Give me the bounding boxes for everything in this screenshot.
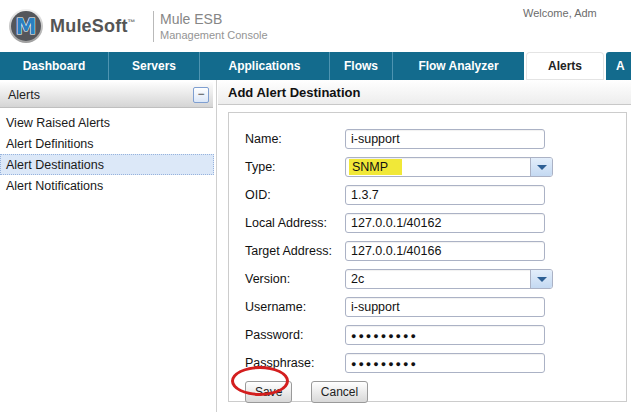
- tab-applications[interactable]: Applications: [200, 52, 330, 80]
- mulesoft-logo-icon: M: [8, 8, 44, 44]
- form-row: Name:: [245, 129, 626, 149]
- type-select-value: SNMP: [349, 159, 402, 175]
- save-button[interactable]: Save: [245, 381, 292, 403]
- sidebar-title: Alerts: [8, 88, 40, 102]
- brand-divider: [153, 11, 154, 42]
- oid-field[interactable]: [345, 185, 545, 205]
- collapse-panel-button[interactable]: −: [193, 87, 209, 103]
- passphrase-field[interactable]: [345, 353, 545, 373]
- type-select-dropdown-button[interactable]: [530, 158, 552, 176]
- type-label: Type:: [245, 160, 345, 174]
- sidebar-item-alert-destinations[interactable]: Alert Destinations: [0, 154, 214, 175]
- trademark: ™: [128, 18, 136, 27]
- passphrase-label: Passphrase:: [245, 356, 345, 370]
- product-name: Mule ESB: [160, 11, 268, 27]
- password-label: Password:: [245, 328, 345, 342]
- form-buttons: Save Cancel: [245, 381, 626, 403]
- local-address-label: Local Address:: [245, 216, 345, 230]
- form-row: Target Address:: [245, 241, 626, 261]
- alerts-sidebar: Alerts − View Raised Alerts Alert Defini…: [0, 80, 214, 412]
- username-field[interactable]: [345, 297, 545, 317]
- cancel-button[interactable]: Cancel: [311, 381, 368, 403]
- alert-destination-form: Name: Type: SNMP OID: Local Address: Tar…: [228, 112, 627, 402]
- oid-label: OID:: [245, 188, 345, 202]
- sidebar-header: Alerts −: [0, 82, 213, 108]
- form-row: Username:: [245, 297, 626, 317]
- tab-flows[interactable]: Flows: [330, 52, 393, 80]
- form-row: Local Address:: [245, 213, 626, 233]
- page-title-bar: Add Alert Destination: [218, 80, 631, 105]
- tab-partial[interactable]: A: [606, 52, 631, 80]
- form-row: Passphrase:: [245, 353, 626, 373]
- form-row: OID:: [245, 185, 626, 205]
- product-subtitle: Management Console: [160, 29, 268, 41]
- sidebar-items: View Raised Alerts Alert Definitions Ale…: [0, 112, 214, 196]
- welcome-text: Welcome, Adm: [523, 7, 597, 19]
- form-row: Password:: [245, 325, 626, 345]
- password-field[interactable]: [345, 325, 545, 345]
- local-address-field[interactable]: [345, 213, 545, 233]
- tab-flow-analyzer[interactable]: Flow Analyzer: [393, 52, 524, 80]
- product-title: Mule ESB Management Console: [160, 11, 268, 41]
- main-content: Add Alert Destination Name: Type: SNMP O…: [218, 80, 631, 412]
- sidebar-item-alert-notifications[interactable]: Alert Notifications: [0, 175, 214, 196]
- version-label: Version:: [245, 272, 345, 286]
- tab-servers[interactable]: Servers: [109, 52, 200, 80]
- chevron-down-icon: [537, 165, 547, 170]
- content-divider: [216, 80, 217, 412]
- page-title: Add Alert Destination: [228, 85, 360, 100]
- target-address-field[interactable]: [345, 241, 545, 261]
- name-field[interactable]: [345, 129, 545, 149]
- chevron-down-icon: [537, 277, 547, 282]
- svg-text:M: M: [16, 15, 37, 39]
- app-header: M MuleSoft™ Mule ESB Management Console …: [0, 0, 631, 52]
- version-select-value: 2c: [351, 272, 364, 286]
- brand-name: MuleSoft™: [50, 16, 136, 37]
- main-nav: Dashboard Servers Applications Flows Flo…: [0, 52, 631, 80]
- type-select[interactable]: SNMP: [345, 157, 553, 177]
- username-label: Username:: [245, 300, 345, 314]
- version-select-dropdown-button[interactable]: [530, 270, 552, 288]
- tab-alerts[interactable]: Alerts: [526, 52, 604, 80]
- tab-dashboard[interactable]: Dashboard: [0, 52, 109, 80]
- sidebar-item-view-raised-alerts[interactable]: View Raised Alerts: [0, 112, 214, 133]
- version-select[interactable]: 2c: [345, 269, 553, 289]
- form-row: Version: 2c: [245, 269, 626, 289]
- name-label: Name:: [245, 132, 345, 146]
- form-row: Type: SNMP: [245, 157, 626, 177]
- sidebar-item-alert-definitions[interactable]: Alert Definitions: [0, 133, 214, 154]
- target-address-label: Target Address:: [245, 244, 345, 258]
